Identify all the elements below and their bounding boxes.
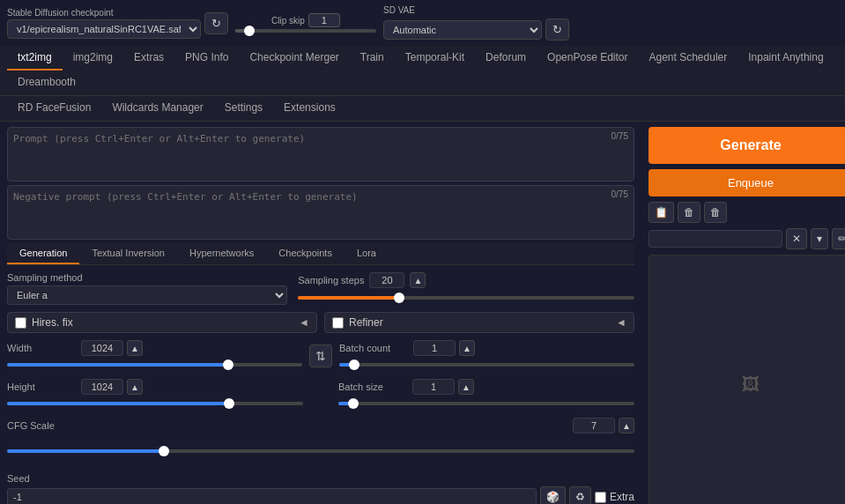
tab-temporal-kit[interactable]: Temporal-Kit [395, 46, 475, 70]
clip-skip-slider[interactable] [235, 29, 376, 33]
image-placeholder-icon: 🖼 [742, 374, 760, 395]
batch-count-up[interactable]: ▲ [459, 340, 475, 356]
generate-button[interactable]: Generate [649, 127, 845, 164]
batch-size-up[interactable]: ▲ [458, 379, 474, 395]
clip-skip-input[interactable] [308, 13, 340, 27]
height-input[interactable] [81, 379, 123, 395]
subtab-hypernetworks[interactable]: Hypernetworks [177, 243, 266, 264]
tab-openpose-editor[interactable]: OpenPose Editor [537, 46, 638, 70]
tab-txt2img[interactable]: txt2img [7, 46, 63, 70]
checkpoint-section: Stable Diffusion checkpoint v1/epicreali… [7, 8, 228, 39]
sampling-steps-label: Sampling steps [298, 275, 364, 285]
batch-count-slider[interactable] [339, 358, 634, 372]
clip-skip-label: Clip skip [271, 16, 305, 26]
hires-fix-label: Hires. fix [32, 316, 73, 329]
nav-tabs-row1: txt2img img2img Extras PNG Info Checkpoi… [0, 46, 845, 96]
tab-agent-scheduler[interactable]: Agent Scheduler [638, 46, 738, 70]
tab-deforum[interactable]: Deforum [475, 46, 537, 70]
sampling-method-label: Sampling method [7, 272, 287, 283]
batch-count-label: Batch count [339, 343, 410, 353]
seed-label: Seed [7, 473, 30, 484]
subtab-checkpoints[interactable]: Checkpoints [266, 243, 345, 264]
sampling-method-select[interactable]: Euler a [7, 285, 287, 305]
tab-rd-facefusion[interactable]: RD FaceFusion [7, 96, 101, 121]
batch-size-label: Batch size [338, 382, 409, 392]
seed-recycle-btn[interactable]: ♻ [569, 486, 591, 504]
negative-prompt-input[interactable] [13, 191, 628, 231]
subtab-textual-inversion[interactable]: Textual Inversion [79, 243, 177, 264]
nav-tabs-row2: RD FaceFusion Wildcards Manager Settings… [0, 96, 845, 122]
subtab-lora[interactable]: Lora [345, 243, 389, 264]
subtab-generation[interactable]: Generation [7, 243, 79, 264]
styles-dropdown-btn[interactable]: ▾ [811, 228, 828, 249]
cfg-scale-slider[interactable] [7, 439, 634, 463]
enqueue-button[interactable]: Enqueue [649, 169, 845, 196]
tab-checkpoint-merger[interactable]: Checkpoint Merger [239, 46, 349, 70]
cfg-scale-up[interactable]: ▲ [619, 418, 634, 434]
checkpoint-select[interactable]: v1/epicrealism_naturalSinRC1VAE.safetens… [7, 19, 201, 39]
refiner-label: Refiner [349, 316, 383, 329]
checkpoint-label: Stable Diffusion checkpoint [7, 8, 201, 18]
top-bar: Stable Diffusion checkpoint v1/epicreali… [0, 0, 845, 46]
prompt-counter: 0/75 [612, 131, 628, 141]
right-panel: Generate Enqueue 📋 🗑 🗑 ✕ ▾ ✏ 🖼 📁 💾 🗜 🖼 🎨… [641, 122, 845, 504]
hires-fix-chevron[interactable]: ◄ [299, 316, 309, 329]
sdvae-refresh-btn[interactable]: ↻ [545, 19, 569, 41]
batch-size-slider[interactable] [338, 397, 634, 411]
styles-edit-btn[interactable]: ✏ [832, 228, 845, 249]
clear-btn[interactable]: 🗑 [678, 202, 700, 223]
negative-prompt-box: 0/75 [7, 185, 634, 240]
tab-extensions[interactable]: Extensions [273, 96, 346, 121]
refiner-checkbox[interactable] [332, 317, 344, 329]
negative-prompt-counter: 0/75 [612, 189, 628, 199]
extra-label: Extra [610, 491, 634, 503]
image-area: 🖼 [649, 255, 845, 504]
swap-dimensions-btn[interactable]: ⇅ [309, 345, 332, 367]
height-up[interactable]: ▲ [127, 379, 143, 395]
tab-settings[interactable]: Settings [214, 96, 273, 121]
tab-extras[interactable]: Extras [123, 46, 174, 70]
styles-input[interactable] [649, 230, 782, 248]
sampling-steps-slider[interactable] [298, 291, 634, 305]
main-content: 0/75 0/75 Generation Textual Inversion H… [0, 122, 845, 504]
width-slider[interactable] [7, 358, 302, 372]
action-icons-row: 📋 🗑 🗑 [649, 202, 845, 223]
cfg-scale-label: CFG Scale [7, 420, 78, 431]
width-label: Width [7, 343, 78, 353]
batch-count-input[interactable] [413, 340, 456, 356]
sdvae-section: SD VAE Automatic ↻ [383, 5, 569, 41]
hires-fix-checkbox[interactable] [15, 317, 26, 329]
prompt-box: 0/75 [7, 127, 634, 182]
tab-dreambooth[interactable]: Dreambooth [7, 70, 86, 95]
styles-close-btn[interactable]: ✕ [786, 228, 807, 249]
sdvae-select[interactable]: Automatic [383, 20, 542, 40]
cfg-scale-input[interactable] [573, 418, 615, 434]
prompt-input[interactable] [13, 133, 628, 173]
left-panel: 0/75 0/75 Generation Textual Inversion H… [0, 122, 641, 504]
trash-btn[interactable]: 🗑 [704, 202, 727, 223]
refiner-chevron[interactable]: ◄ [616, 316, 626, 329]
tab-wildcards-manager[interactable]: Wildcards Manager [101, 96, 213, 121]
width-input[interactable] [81, 340, 123, 356]
seed-input[interactable] [7, 488, 537, 504]
tab-img2img[interactable]: img2img [63, 46, 123, 70]
seed-dice-btn[interactable]: 🎲 [540, 486, 566, 504]
clip-skip-section: Clip skip [235, 13, 376, 33]
batch-size-input[interactable] [412, 379, 455, 395]
width-up[interactable]: ▲ [127, 340, 143, 356]
sdvae-label: SD VAE [383, 5, 569, 15]
read-params-btn[interactable]: 📋 [649, 202, 674, 223]
tab-inpaint-anything[interactable]: Inpaint Anything [738, 46, 834, 70]
extra-checkbox[interactable] [595, 492, 606, 503]
sub-tabs: Generation Textual Inversion Hypernetwor… [7, 243, 634, 265]
styles-row: ✕ ▾ ✏ [649, 228, 845, 249]
sampling-steps-input[interactable] [369, 272, 404, 288]
tab-train[interactable]: Train [350, 46, 395, 70]
checkpoint-refresh-btn[interactable]: ↻ [204, 12, 228, 34]
height-slider[interactable] [7, 397, 303, 411]
tab-png-info[interactable]: PNG Info [174, 46, 239, 70]
sampling-steps-up[interactable]: ▲ [410, 272, 426, 288]
height-label: Height [7, 382, 78, 392]
